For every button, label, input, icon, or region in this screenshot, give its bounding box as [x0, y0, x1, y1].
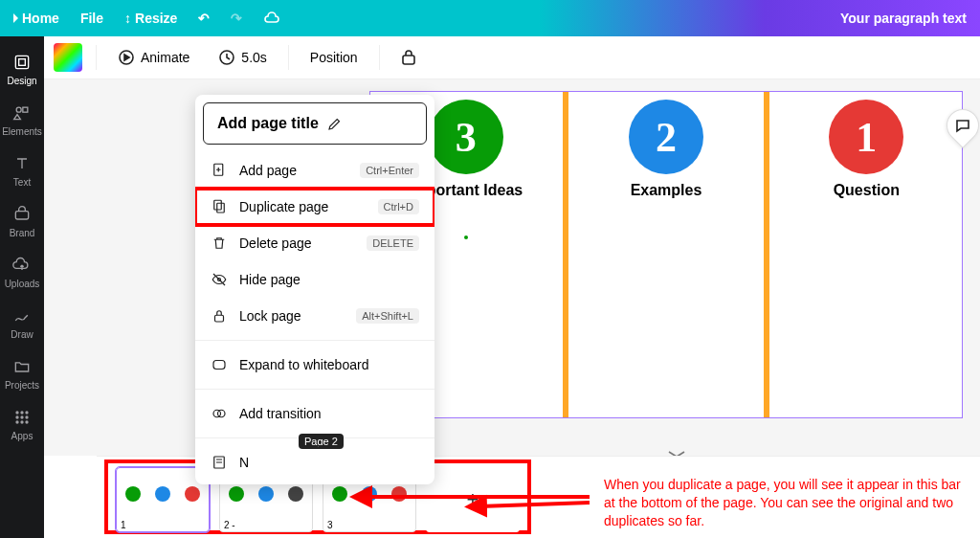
duplicate-icon: [211, 198, 228, 215]
uploads-icon: [12, 256, 32, 275]
rail-brand[interactable]: Brand: [0, 196, 44, 247]
brand-icon: [12, 205, 32, 224]
rail-uploads[interactable]: Uploads: [0, 247, 44, 298]
main-area: Animate 5.0s Position 3 Important Ideas: [44, 36, 980, 538]
heading-examples[interactable]: Examples: [570, 182, 761, 199]
resize-icon: ↕: [124, 11, 131, 26]
svg-point-7: [25, 411, 28, 414]
svg-point-13: [25, 420, 28, 423]
topbar-nav: Home File ↕ Resize ↶ ↷: [13, 11, 282, 26]
annotation-text: When you duplicate a page, you will see …: [604, 476, 969, 530]
page-title-input[interactable]: Add page title: [203, 102, 427, 145]
left-rail: Design Elements Text Brand Uploads Draw …: [0, 36, 44, 538]
svg-point-10: [25, 415, 28, 418]
expand-icon: [211, 356, 228, 373]
menu-expand-whiteboard[interactable]: Expand to whiteboard: [195, 347, 434, 383]
circle-2[interactable]: 2: [629, 100, 703, 174]
animate-icon: [118, 49, 135, 66]
heading-question[interactable]: Question: [771, 182, 962, 199]
rail-draw[interactable]: Draw: [0, 298, 44, 348]
menu-lock-page[interactable]: Lock page Alt+Shift+L: [195, 298, 434, 334]
svg-point-6: [20, 411, 23, 414]
bullet-dot: [464, 235, 468, 239]
svg-point-5: [15, 411, 18, 414]
position-button[interactable]: Position: [302, 46, 366, 69]
svg-point-24: [218, 410, 226, 417]
redo-button[interactable]: ↷: [231, 11, 242, 26]
menu-duplicate-page[interactable]: Duplicate page Ctrl+D: [195, 189, 434, 225]
svg-point-9: [20, 415, 23, 418]
text-icon: [12, 154, 32, 173]
svg-point-12: [20, 420, 23, 423]
svg-rect-21: [215, 315, 224, 322]
svg-rect-18: [214, 200, 222, 210]
svg-rect-3: [23, 107, 28, 112]
undo-button[interactable]: ↶: [198, 11, 210, 26]
svg-point-11: [15, 420, 18, 423]
circle-1[interactable]: 1: [829, 100, 903, 174]
elements-icon: [12, 103, 32, 123]
nav-file[interactable]: File: [80, 11, 103, 26]
divider-bar: [764, 92, 769, 417]
secondary-toolbar: Animate 5.0s Position: [44, 36, 980, 79]
rail-projects[interactable]: Projects: [0, 348, 44, 399]
chevron-left-icon: [13, 13, 18, 23]
menu-add-page[interactable]: Add page Ctrl+Enter: [195, 152, 434, 189]
comment-icon: [955, 118, 970, 133]
draw-icon: [12, 306, 32, 325]
add-page-button[interactable]: +: [426, 467, 520, 532]
menu-notes[interactable]: N: [195, 444, 434, 484]
cloud-sync-icon[interactable]: [263, 11, 282, 26]
thumb-tooltip: Page 2: [299, 434, 344, 449]
rail-apps[interactable]: Apps: [0, 399, 44, 450]
canvas-col-3: 1 Question: [771, 92, 962, 417]
svg-rect-22: [213, 361, 225, 370]
nav-home[interactable]: Home: [13, 11, 59, 26]
lock-button[interactable]: [393, 45, 424, 70]
animate-button[interactable]: Animate: [110, 45, 197, 70]
svg-point-2: [16, 107, 21, 112]
notes-icon: [211, 454, 228, 471]
pencil-icon: [326, 115, 344, 132]
page-canvas[interactable]: 3 Important Ideas 2 Examples 1 Question: [369, 91, 963, 418]
rail-design[interactable]: Design: [0, 44, 44, 95]
add-page-icon: [211, 162, 228, 179]
design-icon: [12, 53, 32, 72]
menu-delete-page[interactable]: Delete page DELETE: [195, 225, 434, 261]
divider-bar: [563, 92, 568, 417]
color-swatch[interactable]: [54, 43, 82, 72]
top-bar: Home File ↕ Resize ↶ ↷ Your paragraph te…: [0, 0, 980, 36]
eye-off-icon: [211, 271, 228, 288]
menu-hide-page[interactable]: Hide page: [195, 261, 434, 298]
nav-resize[interactable]: ↕ Resize: [124, 11, 177, 26]
svg-rect-4: [15, 212, 28, 219]
page-context-menu: Add page title Add page Ctrl+Enter Dupli…: [195, 95, 434, 484]
clock-icon: [218, 49, 235, 66]
apps-icon: [12, 408, 32, 427]
duration-button[interactable]: 5.0s: [211, 45, 274, 70]
svg-rect-19: [217, 203, 225, 213]
svg-rect-0: [15, 56, 28, 68]
svg-rect-1: [19, 59, 26, 66]
document-title[interactable]: Your paragraph text: [840, 11, 967, 26]
lock-icon: [211, 307, 228, 325]
rail-elements[interactable]: Elements: [0, 95, 44, 146]
canvas-col-2: 2 Examples: [570, 92, 761, 417]
cloud-icon: [263, 11, 282, 26]
transition-icon: [211, 405, 228, 422]
canvas-area: 3 Important Ideas 2 Examples 1 Question: [44, 79, 980, 456]
projects-icon: [12, 357, 32, 376]
circle-3[interactable]: 3: [429, 100, 503, 174]
svg-point-8: [15, 415, 18, 418]
svg-rect-16: [403, 56, 414, 64]
trash-icon: [211, 235, 228, 252]
lock-icon: [401, 49, 416, 66]
menu-add-transition[interactable]: Add transition: [195, 395, 434, 432]
rail-text[interactable]: Text: [0, 146, 44, 196]
